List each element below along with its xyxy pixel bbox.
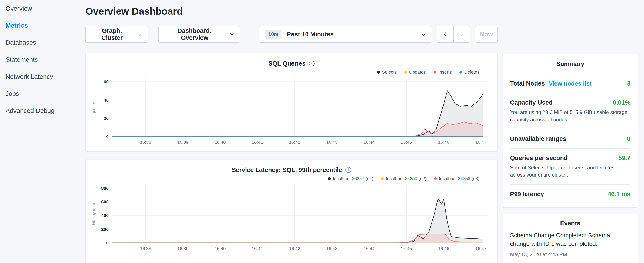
- y-tick-label: 60: [104, 79, 109, 84]
- legend-item: localhost:26257 (n1): [328, 176, 373, 181]
- graph-scope-dropdown[interactable]: Graph: Cluster: [86, 26, 148, 43]
- y-tick-label: 800: [101, 186, 109, 191]
- time-next-button[interactable]: [453, 26, 470, 43]
- chevron-down-icon: [421, 33, 426, 36]
- sidebar-item-metrics[interactable]: Metrics: [6, 17, 86, 34]
- events-panel: Events Schema Change Completed: Schema c…: [502, 214, 638, 263]
- legend-item: localhost:26259 (n2): [381, 176, 426, 181]
- summary-row-p99-latency: P99 latency 46.1 ms: [510, 184, 630, 204]
- x-tick-label: 16:38: [140, 246, 151, 251]
- time-window-label: Past 10 Minutes: [287, 31, 334, 38]
- summary-label: Unavailable ranges: [510, 135, 566, 142]
- page-title: Overview Dashboard: [86, 6, 498, 17]
- summary-label: Total Nodes View nodes list: [510, 80, 592, 87]
- dashboard-dropdown[interactable]: Dashboard: Overview: [158, 26, 240, 43]
- y-tick-label: 40: [104, 98, 109, 103]
- y-tick-label: 600: [101, 199, 109, 204]
- summary-panel: Summary Total Nodes View nodes list 3 Ca…: [502, 54, 638, 208]
- view-nodes-list-link[interactable]: View nodes list: [549, 80, 592, 87]
- summary-value: 0.01%: [613, 99, 630, 106]
- legend-item: Deletes: [460, 70, 480, 75]
- legend-dot-icon: [434, 177, 437, 180]
- info-icon[interactable]: i: [309, 61, 315, 66]
- x-tick-label: 16:44: [364, 140, 375, 144]
- app-root: Overview Metrics Databases Statements Ne…: [0, 0, 644, 263]
- legend-item: Inserts: [434, 70, 452, 75]
- sidebar-item-databases[interactable]: Databases: [6, 34, 86, 51]
- x-tick-label: 16:43: [326, 246, 338, 251]
- sidebar-item-statements[interactable]: Statements: [6, 51, 86, 68]
- x-tick-label: 16:45: [401, 140, 412, 144]
- summary-description: Sum of Selects, Updates, Inserts, and De…: [510, 164, 630, 178]
- x-tick-label: 16:47: [476, 140, 487, 144]
- summary-description: You are using 28.6 MiB of 515.9 GiB usab…: [510, 109, 630, 123]
- x-tick-label: 16:42: [289, 140, 300, 144]
- x-tick-label: 16:41: [252, 246, 263, 251]
- legend-label: Selects: [382, 70, 397, 75]
- chart-legend: localhost:26257 (n1)localhost:26259 (n2)…: [91, 175, 492, 182]
- sidebar-item-overview[interactable]: Overview: [6, 0, 86, 17]
- x-tick-label: 16:38: [140, 140, 151, 144]
- summary-value: 3: [627, 80, 630, 87]
- time-pager: [437, 26, 470, 43]
- summary-row-queries-per-second: Queries per second 59.7 Sum of Selects, …: [510, 148, 630, 184]
- summary-label: Queries per second: [510, 154, 568, 161]
- sidebar-item-jobs[interactable]: Jobs: [6, 85, 86, 102]
- chevron-down-icon: [230, 33, 234, 36]
- chart-legend: SelectsUpdatesInsertsDeletes: [91, 69, 492, 76]
- time-prev-button[interactable]: [437, 26, 454, 43]
- chart-header: SQL Queries i: [91, 58, 492, 69]
- legend-dot-icon: [328, 177, 331, 180]
- chevron-right-icon: [460, 32, 463, 37]
- summary-row-capacity-used: Capacity Used 0.01% You are using 28.6 M…: [510, 93, 630, 129]
- sql-queries-plot: 16:3816:3916:4016:4116:4216:4316:4416:45…: [91, 76, 492, 146]
- time-window-dropdown[interactable]: 10m Past 10 Minutes: [259, 26, 432, 43]
- main-content: Overview Dashboard Graph: Cluster Dashbo…: [86, 0, 498, 263]
- y-tick-label: 0: [106, 134, 109, 139]
- legend-label: localhost:26259 (n2): [386, 176, 426, 181]
- graph-scope-dropdown-label: Graph: Cluster: [92, 27, 132, 41]
- chart-header: Service Latency: SQL, 99th percentile i: [91, 164, 492, 175]
- service-latency-chart-panel: Service Latency: SQL, 99th percentile i …: [86, 160, 498, 263]
- legend-dot-icon: [404, 71, 407, 74]
- sidebar-item-network-latency[interactable]: Network Latency: [6, 68, 86, 85]
- y-tick-label: 20: [104, 116, 109, 121]
- summary-value: 59.7: [618, 154, 630, 161]
- legend-dot-icon: [460, 71, 462, 74]
- series-area: [112, 234, 483, 243]
- events-title: Events: [510, 214, 630, 231]
- legend-label: Updates: [409, 70, 426, 75]
- x-tick-label: 16:44: [364, 246, 375, 251]
- info-icon[interactable]: i: [346, 167, 351, 173]
- x-tick-label: 16:47: [476, 246, 487, 251]
- y-tick-label: 200: [101, 227, 109, 232]
- legend-dot-icon: [381, 177, 384, 180]
- y-tick-label: 400: [101, 213, 109, 218]
- y-axis-title: latency (ms): [92, 203, 96, 225]
- series-line: [112, 91, 483, 136]
- summary-label-text: Total Nodes: [510, 80, 545, 87]
- x-tick-label: 16:41: [252, 140, 263, 144]
- time-window-badge: 10m: [265, 30, 282, 39]
- x-tick-label: 16:43: [326, 140, 338, 144]
- summary-value: 46.1 ms: [608, 191, 630, 198]
- x-tick-label: 16:45: [401, 246, 412, 251]
- legend-dot-icon: [434, 71, 436, 74]
- summary-row-unavailable-ranges: Unavailable ranges 0: [510, 129, 630, 148]
- x-tick-label: 16:39: [177, 140, 188, 144]
- now-button[interactable]: Now: [475, 26, 498, 43]
- legend-dot-icon: [377, 71, 380, 74]
- legend-label: Deletes: [464, 70, 480, 75]
- sql-queries-chart-panel: SQL Queries i SelectsUpdatesInsertsDelet…: [86, 53, 498, 151]
- x-tick-label: 16:40: [214, 246, 226, 251]
- dashboard-dropdown-label: Dashboard: Overview: [164, 27, 225, 41]
- chevron-left-icon: [444, 32, 447, 37]
- right-sidebar: Summary Total Nodes View nodes list 3 Ca…: [502, 0, 638, 263]
- x-tick-label: 16:46: [438, 246, 449, 251]
- legend-item: localhost:26258 (n3): [434, 176, 480, 181]
- y-axis-title: queries: [92, 101, 96, 114]
- sidebar-item-advanced-debug[interactable]: Advanced Debug: [6, 102, 86, 119]
- summary-label: P99 latency: [510, 191, 544, 198]
- chevron-down-icon: [138, 33, 142, 36]
- series-area: [112, 91, 483, 136]
